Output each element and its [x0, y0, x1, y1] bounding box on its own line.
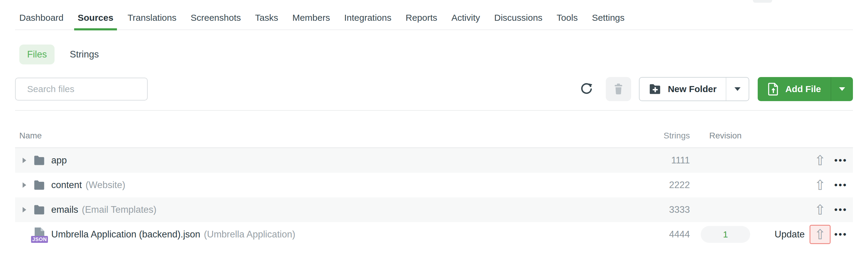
json-badge: JSON — [31, 236, 48, 243]
more-options-icon[interactable]: ••• — [834, 205, 847, 214]
header-revision: Revision — [690, 131, 761, 141]
file-name[interactable]: Umbrella Application (backend).json — [51, 229, 200, 240]
trash-icon — [613, 82, 624, 96]
nav-tab-reports[interactable]: Reports — [406, 6, 437, 30]
toggle-strings[interactable]: Strings — [70, 49, 98, 60]
upload-icon[interactable]: ⇧ — [814, 227, 826, 241]
add-file-dropdown-button[interactable] — [831, 77, 853, 101]
upload-icon[interactable]: ⇧ — [814, 203, 826, 217]
files-toolbar: New Folder Add File — [15, 77, 853, 101]
toggle-files[interactable]: Files — [19, 44, 55, 64]
upload-icon[interactable]: ⇧ — [814, 153, 826, 167]
expand-button[interactable] — [19, 207, 30, 213]
more-options-icon[interactable]: ••• — [834, 156, 847, 165]
strings-count: 1111 — [636, 155, 690, 166]
nav-tab-tasks[interactable]: Tasks — [255, 6, 278, 30]
delete-selected-button[interactable] — [606, 77, 631, 101]
search-input[interactable] — [15, 78, 148, 101]
update-link[interactable]: Update — [775, 229, 805, 240]
file-upload-icon — [767, 82, 779, 96]
table-row-app: app 1111 ⇧ ••• — [15, 148, 853, 173]
nav-tab-members[interactable]: Members — [292, 6, 330, 30]
nav-tab-dashboard[interactable]: Dashboard — [19, 6, 64, 30]
strings-count: 2222 — [636, 180, 690, 190]
file-name[interactable]: content — [51, 180, 82, 190]
more-options-icon[interactable]: ••• — [834, 181, 847, 190]
strings-count: 4444 — [636, 229, 690, 240]
nav-tab-screenshots[interactable]: Screenshots — [190, 6, 241, 30]
nav-tab-integrations[interactable]: Integrations — [344, 6, 392, 30]
new-folder-button[interactable]: New Folder — [640, 78, 726, 101]
nav-tab-tools[interactable]: Tools — [557, 6, 578, 30]
refresh-button[interactable] — [579, 81, 594, 97]
file-name-suffix: (Website) — [86, 180, 125, 190]
caret-right-icon — [23, 207, 26, 213]
new-folder-label: New Folder — [668, 84, 717, 94]
new-folder-split-button: New Folder — [639, 77, 749, 101]
files-table-header: Name Strings Revision — [15, 111, 853, 148]
project-nav: Dashboard Sources Translations Screensho… — [15, 0, 853, 30]
folder-icon — [33, 204, 46, 216]
expand-button[interactable] — [19, 182, 30, 188]
upload-icon[interactable]: ⇧ — [814, 178, 826, 192]
nav-tab-translations[interactable]: Translations — [127, 6, 176, 30]
folder-plus-icon — [649, 83, 662, 95]
nav-tab-discussions[interactable]: Discussions — [494, 6, 542, 30]
view-toggle: Files Strings — [15, 44, 853, 64]
caret-right-icon — [23, 158, 26, 163]
chevron-down-icon — [735, 87, 741, 91]
nav-tab-sources[interactable]: Sources — [78, 6, 113, 30]
table-row-content: content (Website) 2222 ⇧ ••• — [15, 173, 853, 197]
header-name: Name — [19, 131, 636, 141]
add-file-split-button: Add File — [758, 77, 853, 101]
expand-button[interactable] — [19, 158, 30, 163]
strings-count: 3333 — [636, 204, 690, 215]
target-highlight-box: ⇧ — [809, 225, 831, 244]
nav-tab-activity[interactable]: Activity — [452, 6, 480, 30]
file-name[interactable]: emails — [51, 204, 79, 215]
table-row-emails: emails (Email Templates) 3333 ⇧ ••• — [15, 197, 853, 222]
refresh-icon — [580, 82, 593, 96]
header-strings: Strings — [636, 131, 690, 141]
caret-right-icon — [23, 182, 26, 188]
file-name-suffix: (Umbrella Application) — [204, 229, 296, 240]
nav-tab-settings[interactable]: Settings — [592, 6, 624, 30]
revision-badge[interactable]: 1 — [701, 226, 750, 243]
folder-icon — [33, 155, 46, 166]
scrolled-element-fragment — [753, 0, 772, 3]
more-options-icon[interactable]: ••• — [834, 230, 847, 239]
add-file-label: Add File — [785, 84, 821, 94]
json-file-icon: JSON — [33, 227, 46, 242]
new-folder-dropdown-button[interactable] — [726, 78, 749, 101]
add-file-button[interactable]: Add File — [758, 77, 831, 101]
folder-icon — [33, 179, 46, 191]
file-name[interactable]: app — [51, 155, 67, 166]
table-row-umbrella-json: JSON Umbrella Application (backend).json… — [15, 222, 853, 247]
chevron-down-icon — [839, 87, 845, 91]
file-name-suffix: (Email Templates) — [82, 204, 157, 215]
